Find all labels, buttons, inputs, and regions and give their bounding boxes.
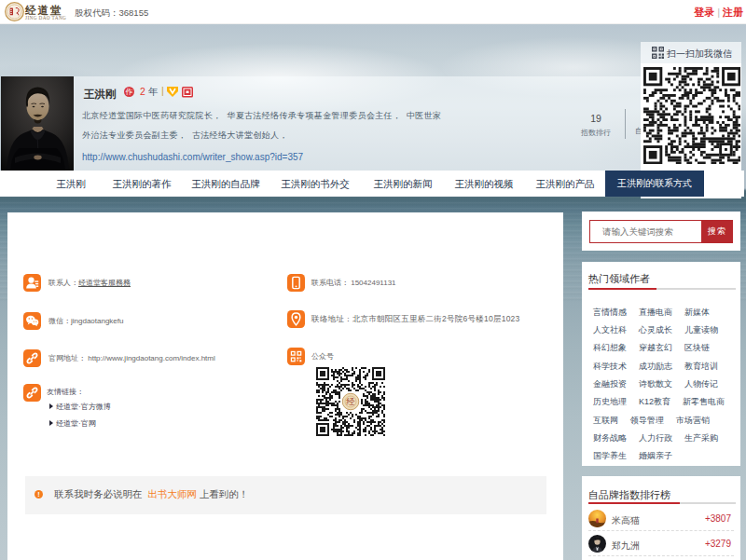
- svg-text:经: 经: [345, 397, 354, 406]
